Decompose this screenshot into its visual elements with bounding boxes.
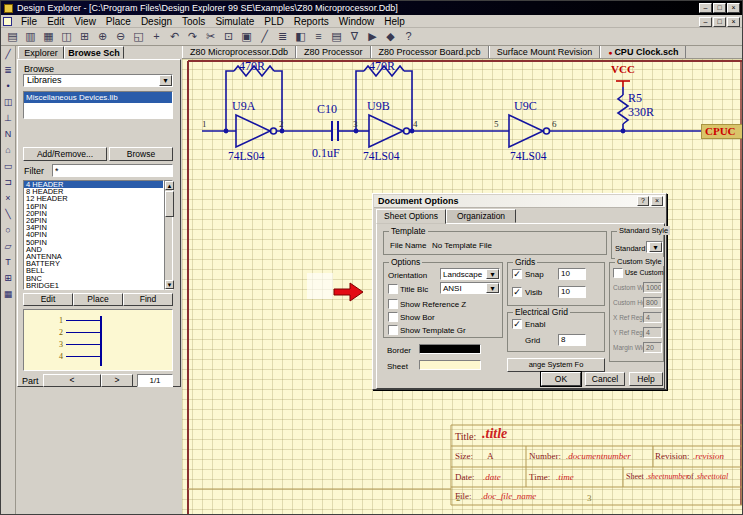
grid-tool-icon[interactable]: ⊞ <box>2 272 15 285</box>
capacitor-ref-label[interactable]: C10 <box>317 102 337 117</box>
electrical-grid-field[interactable]: 8 <box>558 334 586 346</box>
x-ref-region-field[interactable]: 4 <box>643 312 662 323</box>
browse-category-select[interactable]: Libraries <box>23 74 173 87</box>
orientation-select[interactable]: Landscape <box>440 268 500 280</box>
document-tab[interactable]: Z80 Microprocessor.Ddb <box>182 46 296 58</box>
custom-height-field[interactable]: 800 <box>643 297 662 308</box>
component-list-item[interactable]: BRIDGE1 <box>24 282 163 289</box>
menu-item[interactable]: Design <box>136 16 177 27</box>
gate2-ref-label[interactable]: U9B <box>367 99 390 114</box>
menu-item[interactable]: Help <box>379 16 410 27</box>
place-part-icon[interactable]: ◧ <box>292 29 309 44</box>
part-tool-icon[interactable]: ◫ <box>2 96 15 109</box>
dialog-tab[interactable]: Organization <box>446 209 516 223</box>
browse-button[interactable]: Browse <box>109 147 173 161</box>
place-button[interactable]: Place <box>73 293 123 306</box>
panel-tab[interactable]: Explorer <box>18 46 64 59</box>
menu-item[interactable]: File <box>16 16 42 27</box>
gate3-ref-label[interactable]: U9C <box>514 99 537 114</box>
custom-width-field[interactable]: 1000 <box>643 282 662 293</box>
simulate-icon[interactable]: ▶ <box>364 29 381 44</box>
menu-item[interactable]: Simulate <box>210 16 259 27</box>
capacitor-value-label[interactable]: 0.1uF <box>312 146 340 161</box>
no-erc-tool-icon[interactable]: × <box>2 192 15 205</box>
cancel-button[interactable]: Cancel <box>585 372 625 386</box>
minimize-icon[interactable]: – <box>699 3 712 13</box>
undo-icon[interactable]: ↶ <box>166 29 183 44</box>
add-remove-button[interactable]: Add/Remove... <box>23 147 107 161</box>
close-icon[interactable]: × <box>727 3 740 13</box>
resistor3-value-label[interactable]: 330R <box>628 105 654 120</box>
resistor3-ref-label[interactable]: R5 <box>628 91 642 106</box>
array-paste-tool-icon[interactable]: ▦ <box>2 288 15 301</box>
port-tool-icon[interactable]: ⌂ <box>2 144 15 157</box>
dialog-close-icon[interactable]: × <box>651 196 663 206</box>
gate2-part-label[interactable]: 74LS04 <box>363 150 399 162</box>
menu-item[interactable]: Reports <box>289 16 334 27</box>
document-tab[interactable]: Surface Mount Revision <box>489 46 601 58</box>
power-port-tool-icon[interactable]: ⊥ <box>2 112 15 125</box>
copy-icon[interactable]: ⊡ <box>220 29 237 44</box>
bus-icon[interactable]: ≣ <box>274 29 291 44</box>
doc-minimize-icon[interactable]: – <box>699 17 712 27</box>
visible-grid-field[interactable]: 10 <box>558 286 586 298</box>
pld-icon[interactable]: ◆ <box>382 29 399 44</box>
bus-tool-icon[interactable]: ≣ <box>2 64 15 77</box>
pan-icon[interactable]: + <box>148 29 165 44</box>
text-tool-icon[interactable]: T <box>2 256 15 269</box>
net-label-icon[interactable]: ≡ <box>310 29 327 44</box>
part-prev-button[interactable]: < <box>43 374 101 387</box>
print-preview-icon[interactable]: ◫ <box>58 29 75 44</box>
dialog-titlebar[interactable]: Document Options <box>374 195 665 208</box>
polygon-tool-icon[interactable]: ▱ <box>2 240 15 253</box>
dialog-help-icon[interactable]: ? <box>637 196 649 206</box>
print-icon[interactable]: ▦ <box>40 29 57 44</box>
gate1-ref-label[interactable]: U9A <box>232 99 255 114</box>
edit-button[interactable]: Edit <box>23 293 73 306</box>
filter-input[interactable] <box>52 164 173 177</box>
show-border-checkbox[interactable] <box>388 312 398 322</box>
browse-library-icon[interactable]: ▤ <box>328 29 345 44</box>
zoom-all-icon[interactable]: ◱ <box>130 29 147 44</box>
use-custom-checkbox[interactable] <box>613 268 623 278</box>
border-color-swatch[interactable] <box>419 344 481 354</box>
vcc-power-label[interactable]: VCC <box>611 63 635 75</box>
sheet-symbol-tool-icon[interactable]: ▭ <box>2 160 15 173</box>
doc-close-icon[interactable]: × <box>727 17 740 27</box>
part-next-button[interactable]: > <box>101 374 133 387</box>
visible-grid-checkbox[interactable] <box>512 287 522 297</box>
redo-icon[interactable]: ↷ <box>184 29 201 44</box>
gate3-part-label[interactable]: 74LS04 <box>510 150 546 162</box>
menu-item[interactable]: View <box>69 16 101 27</box>
zoom-window-icon[interactable]: ⊞ <box>76 29 93 44</box>
zoom-in-icon[interactable]: ⊕ <box>94 29 111 44</box>
panel-tab[interactable]: Browse Sch <box>64 46 124 59</box>
line-tool-icon[interactable]: ╲ <box>2 208 15 221</box>
sheet-color-swatch[interactable] <box>419 360 481 370</box>
wire-icon[interactable]: ╱ <box>256 29 273 44</box>
menu-item[interactable]: Edit <box>42 16 69 27</box>
component-list-item[interactable]: 50PIN <box>24 239 163 246</box>
sheet-entry-tool-icon[interactable]: ⊐ <box>2 176 15 189</box>
component-list-item[interactable]: BELL <box>24 267 163 274</box>
gate1-part-label[interactable]: 74LS04 <box>228 150 264 162</box>
standard-style-select[interactable]: A <box>646 241 663 253</box>
find-button[interactable]: Find <box>123 293 173 306</box>
zoom-out-icon[interactable]: ⊖ <box>112 29 129 44</box>
show-reference-checkbox[interactable] <box>388 299 398 309</box>
save-icon[interactable]: ▥ <box>22 29 39 44</box>
doc-restore-icon[interactable]: □ <box>713 17 726 27</box>
title-block-style-select[interactable]: ANSI <box>440 282 500 294</box>
ok-button[interactable]: OK <box>541 372 581 386</box>
component-list-scrollbar[interactable]: ▲ ▼ <box>164 180 173 290</box>
resistor2-value-label[interactable]: 470R <box>369 59 395 74</box>
help-icon[interactable]: ? <box>400 29 417 44</box>
net-label-cpuclk[interactable]: CPUC <box>701 124 743 139</box>
paste-icon[interactable]: ▣ <box>238 29 255 44</box>
scrollbar-thumb[interactable] <box>165 191 174 217</box>
library-list-item[interactable]: Miscellaneous Devices.lib <box>24 92 172 103</box>
margin-width-field[interactable]: 20 <box>643 342 662 353</box>
menu-item[interactable]: Window <box>334 16 380 27</box>
scroll-down-icon[interactable]: ▼ <box>165 280 174 289</box>
y-ref-region-field[interactable]: 4 <box>643 327 662 338</box>
